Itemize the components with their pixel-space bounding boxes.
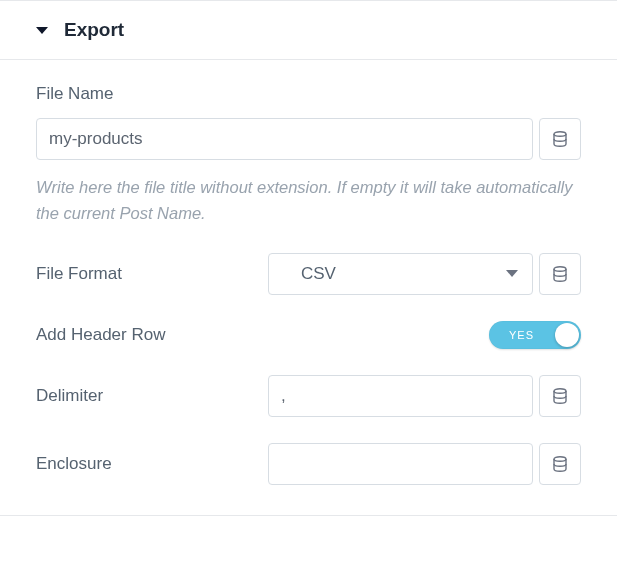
file-format-label: File Format — [36, 264, 268, 284]
database-icon — [553, 388, 567, 404]
svg-point-0 — [554, 132, 566, 137]
chevron-down-icon — [506, 270, 518, 277]
file-name-input[interactable] — [36, 118, 533, 160]
svg-point-3 — [554, 456, 566, 461]
panel-title: Export — [64, 19, 124, 41]
toggle-yes-label: YES — [509, 329, 534, 341]
database-icon — [553, 456, 567, 472]
header-row-toggle[interactable]: YES — [489, 321, 581, 349]
delimiter-input[interactable] — [268, 375, 533, 417]
file-format-value: CSV — [301, 264, 336, 284]
file-format-select[interactable]: CSV — [268, 253, 533, 295]
dynamic-data-button[interactable] — [539, 375, 581, 417]
dynamic-data-button[interactable] — [539, 118, 581, 160]
database-icon — [553, 131, 567, 147]
dynamic-data-button[interactable] — [539, 253, 581, 295]
file-name-label: File Name — [36, 84, 581, 104]
panel-body: File Name Write here the file title with… — [0, 59, 617, 515]
svg-point-1 — [554, 266, 566, 271]
delimiter-label: Delimiter — [36, 386, 268, 406]
panel-header[interactable]: Export — [0, 1, 617, 59]
svg-point-2 — [554, 388, 566, 393]
file-name-helper: Write here the file title without extens… — [36, 174, 581, 227]
enclosure-label: Enclosure — [36, 454, 268, 474]
database-icon — [553, 266, 567, 282]
dynamic-data-button[interactable] — [539, 443, 581, 485]
enclosure-input[interactable] — [268, 443, 533, 485]
header-row-label: Add Header Row — [36, 325, 268, 345]
caret-down-icon — [36, 27, 48, 34]
toggle-knob — [555, 323, 579, 347]
